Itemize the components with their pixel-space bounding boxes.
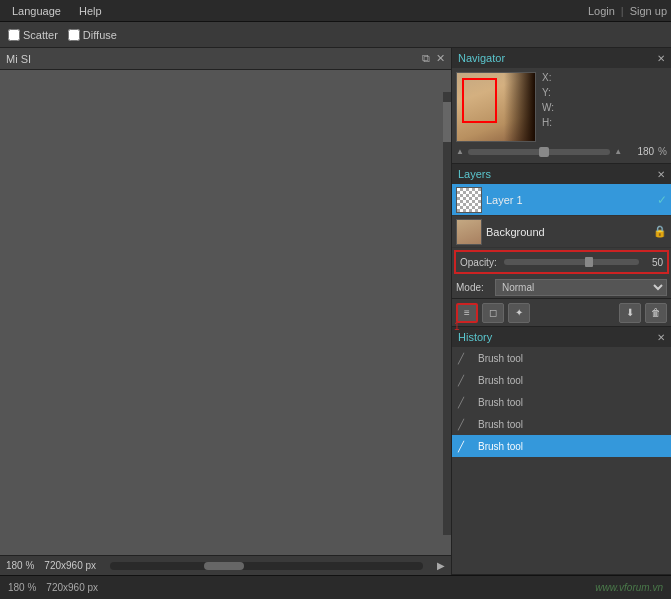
diffuse-checkbox[interactable]: [68, 29, 80, 41]
brush-icon-3: ╱: [458, 417, 472, 431]
scatter-label: Scatter: [23, 29, 58, 41]
layer-delete-btn[interactable]: 🗑: [645, 303, 667, 323]
opacity-row: Opacity: 50: [454, 250, 669, 274]
menu-bar-left: Language Help: [4, 3, 110, 19]
history-label-3: Brush tool: [478, 419, 523, 430]
mode-select[interactable]: Normal: [495, 279, 667, 296]
layer-item-background[interactable]: Background 🔒: [452, 216, 671, 248]
canvas-scroll-thumb[interactable]: [443, 102, 451, 142]
nav-x-label: X:: [542, 72, 554, 83]
nav-h-row: H:: [542, 117, 558, 128]
history-content: ╱ Brush tool ╱ Brush tool ╱ Brush tool ╱…: [452, 347, 671, 457]
shape-icon: ◻: [489, 307, 497, 318]
diffuse-checkbox-label[interactable]: Diffuse: [68, 29, 117, 41]
mode-row: Mode: Normal: [452, 276, 671, 298]
brush-icon-4: ╱: [458, 439, 472, 453]
history-item-4[interactable]: ╱ Brush tool: [452, 435, 671, 457]
history-label-2: Brush tool: [478, 397, 523, 408]
fx-icon: ✦: [515, 307, 523, 318]
nav-zoom-value: 180: [626, 146, 654, 157]
nav-zoom-percent: %: [658, 146, 667, 157]
nav-x-row: X:: [542, 72, 558, 83]
canvas-hscrollbar[interactable]: [110, 562, 423, 570]
diffuse-label: Diffuse: [83, 29, 117, 41]
separator: |: [621, 5, 624, 17]
brush-icon-0: ╱: [458, 351, 472, 365]
label-1: 1: [454, 321, 460, 332]
canvas-title: Mi SI: [6, 53, 31, 65]
menu-bar-right: Login | Sign up: [588, 5, 667, 17]
menu-language[interactable]: Language: [4, 3, 69, 19]
trash-icon: 🗑: [651, 307, 661, 318]
history-item-2[interactable]: ╱ Brush tool: [452, 391, 671, 413]
navigator-close[interactable]: ✕: [657, 53, 665, 64]
login-link[interactable]: Login: [588, 5, 615, 17]
layers-header: Layers ✕: [452, 164, 671, 184]
nav-zoom-thumb[interactable]: [539, 147, 549, 157]
navigator-title: Navigator: [458, 52, 505, 64]
layer-toolbar: 1 ≡ ◻ ✦ ⬇: [452, 298, 671, 326]
nav-zoom-out-icon[interactable]: ▲: [456, 147, 464, 156]
menu-help[interactable]: Help: [71, 3, 110, 19]
maximize-icon[interactable]: ⧉: [422, 52, 430, 65]
status-left: 180 % 720x960 px: [8, 582, 98, 593]
brush-icon-1: ╱: [458, 373, 472, 387]
scatter-checkbox-label[interactable]: Scatter: [8, 29, 58, 41]
status-size: 720x960 px: [46, 582, 98, 593]
nav-w-row: W:: [542, 102, 558, 113]
history-label-1: Brush tool: [478, 375, 523, 386]
nav-zoom-in-icon[interactable]: ▲: [614, 147, 622, 156]
right-panel: Navigator ✕ X: Y:: [451, 48, 671, 575]
canvas-scrollbar[interactable]: [443, 92, 451, 535]
layer-1-name: Layer 1: [486, 194, 653, 206]
toolbar-row: Scatter Diffuse: [0, 22, 671, 48]
history-header: History ✕: [452, 327, 671, 347]
layer-1-thumb: [456, 187, 482, 213]
layer-bg-name: Background: [486, 226, 649, 238]
nav-h-label: H:: [542, 117, 554, 128]
history-item-3[interactable]: ╱ Brush tool: [452, 413, 671, 435]
brush-icon-2: ╱: [458, 395, 472, 409]
opacity-thumb[interactable]: [585, 257, 593, 267]
history-item-0[interactable]: ╱ Brush tool: [452, 347, 671, 369]
layers-section: Layers ✕ Layer 1 ✓ Background 🔒: [452, 164, 671, 327]
history-label-0: Brush tool: [478, 353, 523, 364]
opacity-slider[interactable]: [504, 259, 639, 265]
canvas-bottom: 180 % 720x960 px ▶: [0, 555, 451, 575]
main-area: Mi SI ⧉ ✕: [0, 48, 671, 575]
scroll-right-icon[interactable]: ▶: [437, 560, 445, 571]
nav-zoom-slider[interactable]: [468, 149, 610, 155]
layer-tool-fx-btn[interactable]: ✦: [508, 303, 530, 323]
history-label-4: Brush tool: [478, 441, 523, 452]
status-zoom: 180 %: [8, 582, 36, 593]
canvas-hscroll-thumb[interactable]: [204, 562, 244, 570]
layer-tool-list-btn[interactable]: ≡: [456, 303, 478, 323]
layers-close[interactable]: ✕: [657, 169, 665, 180]
nav-thumbnail: [456, 72, 536, 142]
layer-1-check-icon[interactable]: ✓: [657, 193, 667, 207]
close-icon[interactable]: ✕: [436, 52, 445, 65]
layer-lock-icon: 🔒: [653, 225, 667, 238]
layer-tool-shape-btn[interactable]: ◻: [482, 303, 504, 323]
layer-item-1[interactable]: Layer 1 ✓: [452, 184, 671, 216]
nav-coords: X: Y: W: H:: [542, 72, 558, 128]
history-item-1[interactable]: ╱ Brush tool: [452, 369, 671, 391]
canvas-zoom: 180 %: [6, 560, 34, 571]
mode-label: Mode:: [456, 282, 491, 293]
nav-y-row: Y:: [542, 87, 558, 98]
merge-down-icon: ⬇: [626, 307, 634, 318]
history-close[interactable]: ✕: [657, 332, 665, 343]
menu-bar: Language Help Login | Sign up: [0, 0, 671, 22]
layers-title: Layers: [458, 168, 491, 180]
history-title: History: [458, 331, 492, 343]
signup-link[interactable]: Sign up: [630, 5, 667, 17]
list-icon: ≡: [464, 307, 470, 318]
layers-content: Layer 1 ✓ Background 🔒 Opacity: 50: [452, 184, 671, 326]
navigator-content: X: Y: W: H:: [452, 68, 671, 163]
canvas-area: Mi SI ⧉ ✕: [0, 48, 451, 575]
opacity-label: Opacity:: [460, 257, 500, 268]
history-section: History ✕ ╱ Brush tool ╱ Brush tool ╱ Br…: [452, 327, 671, 575]
nav-red-box: [462, 78, 497, 123]
scatter-checkbox[interactable]: [8, 29, 20, 41]
layer-merge-btn[interactable]: ⬇: [619, 303, 641, 323]
